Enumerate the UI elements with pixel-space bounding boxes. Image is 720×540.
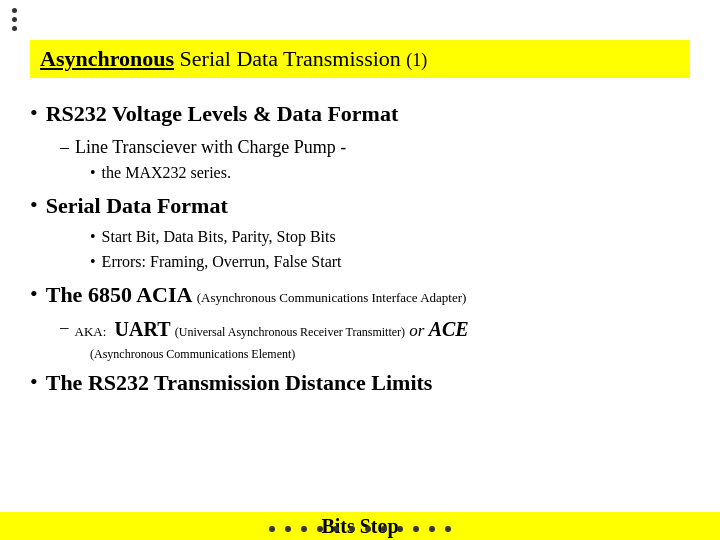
dot-1 <box>12 8 17 13</box>
bullet-1-marker: • <box>30 100 38 126</box>
sub-2b: • Errors: Framing, Overrun, False Start <box>90 252 690 273</box>
sub-1-dash: – <box>60 136 69 159</box>
bullet-1: • RS232 Voltage Levels & Data Format <box>30 100 690 128</box>
bottom-dots <box>0 526 720 532</box>
bottom-dot-12 <box>445 526 451 532</box>
bullet-4-text: The RS232 Transmission Distance Limits <box>46 369 433 397</box>
header-title: Asynchronous Serial Data Transmission (1… <box>40 46 427 71</box>
bullet-3-small: (Asynchronous Communications Interface A… <box>197 290 467 305</box>
sub-3-text: AKA: UART (Universal Asynchronous Receiv… <box>75 316 469 342</box>
sub-1a-marker: • <box>90 163 96 184</box>
sub-1a: • the MAX232 series. <box>90 163 690 184</box>
sub-2a: • Start Bit, Data Bits, Parity, Stop Bit… <box>90 227 690 248</box>
bottom-dot-11 <box>429 526 435 532</box>
or-text: or <box>409 321 428 340</box>
sub-2b-text: Errors: Framing, Overrun, False Start <box>102 252 342 273</box>
dot-2 <box>12 17 17 22</box>
bullet-4: • The RS232 Transmission Distance Limits <box>30 369 690 397</box>
bottom-dot-7 <box>365 526 371 532</box>
bottom-dot-2 <box>285 526 291 532</box>
corner-decoration <box>12 8 17 31</box>
bottom-dot-1 <box>269 526 275 532</box>
sub-1: – Line Transciever with Charge Pump - <box>60 136 690 159</box>
slide: Asynchronous Serial Data Transmission (1… <box>0 0 720 540</box>
sub-3-second: (Asynchronous Communications Element) <box>90 346 690 363</box>
bottom-dot-6 <box>349 526 355 532</box>
uart-text: UART <box>115 318 171 340</box>
ace-text: ACE <box>429 318 469 340</box>
bottom-dot-10 <box>413 526 419 532</box>
header-bar: Asynchronous Serial Data Transmission (1… <box>30 40 690 78</box>
bullet-1-text: RS232 Voltage Levels & Data Format <box>46 100 399 128</box>
header-title-rest: Serial Data Transmission <box>174 46 401 71</box>
aka-label: AKA: <box>75 324 107 339</box>
bullet-3-marker: • <box>30 281 38 307</box>
sub-2a-marker: • <box>90 227 96 248</box>
header-title-underline: Asynchronous <box>40 46 174 71</box>
bullet-2: • Serial Data Format <box>30 192 690 220</box>
bottom-dot-4 <box>317 526 323 532</box>
bullet-3-acia: The 6850 ACIA <box>46 282 191 307</box>
bottom-dot-8 <box>381 526 387 532</box>
sub-2a-text: Start Bit, Data Bits, Parity, Stop Bits <box>102 227 336 248</box>
bottom-dot-3 <box>301 526 307 532</box>
bullet-2-marker: • <box>30 192 38 218</box>
sub-3: – AKA: UART (Universal Asynchronous Rece… <box>60 316 690 342</box>
sub-1-text: Line Transciever with Charge Pump - <box>75 136 346 159</box>
bullet-4-marker: • <box>30 369 38 395</box>
sub-2b-marker: • <box>90 252 96 273</box>
bullet-3: • The 6850 ACIA (Asynchronous Communicat… <box>30 281 690 309</box>
bullet-3-text: The 6850 ACIA (Asynchronous Communicatio… <box>46 281 467 309</box>
dot-3 <box>12 26 17 31</box>
sub-3-dash: – <box>60 316 69 338</box>
sub-1a-text: the MAX232 series. <box>102 163 231 184</box>
header-number: (1) <box>406 50 427 70</box>
bullet-2-text: Serial Data Format <box>46 192 228 220</box>
main-content: • RS232 Voltage Levels & Data Format – L… <box>30 100 690 510</box>
ace-description: (Asynchronous Communications Element) <box>90 347 295 361</box>
bottom-dot-5 <box>333 526 339 532</box>
bottom-dot-9 <box>397 526 403 532</box>
uart-description: (Universal Asynchronous Receiver Transmi… <box>175 325 405 339</box>
